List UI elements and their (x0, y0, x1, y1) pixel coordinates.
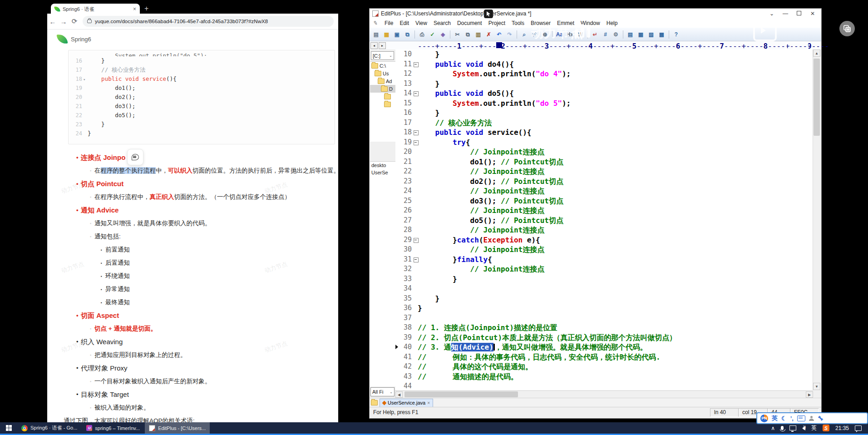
menu-file[interactable]: File (381, 20, 396, 26)
tree-item[interactable] (370, 93, 395, 100)
punctuation-icon[interactable]: ’, (790, 415, 794, 422)
file-filter-dropdown[interactable]: All Fi ⌄ (370, 387, 395, 396)
reload-icon[interactable]: ⟳ (69, 17, 80, 25)
horizontal-scrollbar[interactable]: ◀ ▶ (395, 391, 813, 398)
font-icon[interactable]: Aa (555, 30, 564, 39)
code-line[interactable]: 32 // Joinpoint连接点 (395, 264, 813, 274)
tree-item[interactable]: Ad (370, 77, 395, 85)
code-line[interactable]: 14 public void do5(){ (395, 89, 813, 99)
code-line[interactable]: 30 // Joinpoint连接点 (395, 245, 813, 255)
replace-icon[interactable]: ⇄ (530, 30, 539, 39)
settings-icon[interactable]: ⚙ (611, 30, 621, 39)
code-line[interactable]: 25 do3(); // Pointcut切点 (395, 196, 813, 206)
scrollbar-thumb[interactable] (814, 59, 820, 136)
keyboard-icon[interactable] (797, 415, 805, 421)
code-line[interactable]: 33 } (395, 274, 813, 284)
scroll-left-icon[interactable]: ◂ (370, 42, 378, 49)
undo-icon[interactable]: ↶ (494, 30, 504, 39)
code-line[interactable]: 41// 例如：具体的事务代码，日志代码，安全代码，统计时长的代码. (395, 352, 813, 362)
print-icon[interactable]: ⎙ (417, 30, 427, 39)
code-line[interactable]: 37 (395, 313, 813, 323)
ime-logo-icon[interactable]: PN (760, 415, 768, 422)
menu-search[interactable]: Search (430, 20, 454, 26)
menu-tools[interactable]: Tools (508, 20, 528, 26)
scroll-right-icon[interactable]: ▶ (806, 391, 813, 398)
sogou-input-icon[interactable]: S (823, 425, 829, 431)
code-line[interactable]: 26 // Joinpoint连接点 (395, 206, 813, 216)
code-line[interactable]: 19 try{ (395, 138, 813, 148)
tree-item[interactable] (370, 100, 395, 108)
line-number-icon[interactable]: # (601, 30, 610, 39)
back-icon[interactable]: ← (47, 18, 58, 25)
open-folder-icon[interactable]: ▦ (382, 30, 391, 39)
window-split-icon[interactable]: ▤ (626, 30, 635, 39)
paste-icon[interactable]: ▥ (473, 30, 483, 39)
editplus-titlebar[interactable]: EditPlus - [C:\Users\Administrator\Deskt… (370, 9, 821, 19)
code-line[interactable]: 40// 3. 通知(Advice)，通知又叫做增强。就是具体增强的那个代码。 (395, 342, 813, 352)
wrench-icon[interactable]: 🔧︎ (818, 415, 824, 422)
taskbar-button-editplus[interactable]: EditPlus - [C:\Users... (145, 422, 210, 434)
tree-item[interactable]: C:\ (370, 62, 395, 69)
code-line[interactable]: 42// 具体的这个代码是通知。 (395, 362, 813, 372)
context-help-icon[interactable]: ? (671, 30, 681, 39)
ime-language-toggle[interactable]: 英 (772, 414, 778, 422)
code-line[interactable]: 12 System.out.println("do 4"); (395, 69, 813, 79)
scroll-left-icon[interactable]: ◀ (395, 391, 403, 398)
scrollbar-thumb[interactable] (404, 391, 518, 397)
cut-icon[interactable]: ✂ (453, 30, 462, 39)
menu-edit[interactable]: Edit (396, 20, 412, 26)
code-line[interactable]: 21 do1(); // Pointcut切点 (395, 157, 813, 167)
code-line[interactable]: 39// 2. 切点(Pointcut)本质上就是方法（真正织入切面的那个方法叫… (395, 333, 813, 343)
code-line[interactable]: 17 // 核心业务方法 (395, 118, 813, 128)
redo-icon[interactable]: ↷ (505, 30, 514, 39)
start-button[interactable] (0, 425, 17, 431)
wrap-icon[interactable]: ↵ (590, 30, 600, 39)
close-icon[interactable]: ✕ (806, 10, 819, 17)
speaker-icon[interactable] (802, 426, 805, 430)
code-line[interactable]: 18 public void service(){ (395, 128, 813, 138)
taskbar-button-idea[interactable]: IJspring6 – TimerInv... (82, 422, 144, 434)
code-line[interactable]: 20 // Joinpoint连接点 (395, 147, 813, 157)
find-icon[interactable]: ⌕ (519, 30, 529, 39)
save-all-icon[interactable]: ⧉ (403, 30, 412, 39)
code-line[interactable]: 36} (395, 303, 813, 313)
ime-lang-indicator[interactable]: 英 (811, 424, 817, 432)
scroll-down-icon[interactable]: ▼ (813, 383, 820, 390)
chevron-down-icon[interactable]: ⌄ (765, 10, 779, 17)
menu-browser[interactable]: Browser (528, 20, 554, 26)
fullscreen-icon[interactable]: ▩ (657, 30, 666, 39)
hex-viewer-icon[interactable]: Hx (565, 30, 575, 39)
code-line[interactable]: 24 // Joinpoint连接点 (395, 186, 813, 196)
display-icon[interactable] (789, 425, 796, 430)
comment-bubble-button[interactable] (127, 149, 143, 165)
address-bar[interactable]: yuque.com/docs/share/866abad4-7106-45e7-… (83, 16, 334, 27)
clock[interactable]: 21:35 (835, 425, 849, 431)
copy-icon[interactable]: ⧉ (463, 30, 473, 39)
code-line[interactable]: 29 }catch(Exception e){ (395, 235, 813, 245)
browser-view-icon[interactable]: ▧ (646, 30, 656, 39)
scroll-right-icon[interactable]: ▸ (379, 42, 386, 49)
menu-window[interactable]: Window (577, 20, 603, 26)
menu-emmet[interactable]: Emmet (554, 20, 577, 26)
code-line[interactable]: 23 do2(); // Pointcut切点 (395, 177, 813, 187)
spell-check-icon[interactable]: ✓ (428, 30, 437, 39)
folder-icon[interactable] (371, 400, 378, 405)
tab-close-icon[interactable]: × (427, 400, 430, 405)
menu-document[interactable]: Document (454, 20, 485, 26)
code-line[interactable]: 34 (395, 284, 813, 294)
code-line[interactable]: 15 System.out.println("do 5"); (395, 99, 813, 109)
person-icon[interactable] (809, 416, 814, 421)
menu-view[interactable]: View (412, 20, 430, 26)
maximize-icon[interactable] (792, 10, 806, 17)
delete-icon[interactable]: ✗ (484, 30, 493, 39)
browser-tab[interactable]: Spring6 · 语雀 × (51, 4, 140, 15)
scroll-up-icon[interactable]: ▲ (813, 49, 820, 57)
code-line[interactable]: 10 } (395, 49, 813, 59)
code-line[interactable]: 31 }finally{ (395, 255, 813, 265)
code-line[interactable]: 16 } (395, 108, 813, 118)
window-layout-icon[interactable]: ▦ (636, 30, 646, 39)
code-line[interactable]: 27 do5(); // Pointcut切点 (395, 216, 813, 226)
tab-close-icon[interactable]: × (133, 6, 136, 12)
tray-expand-icon[interactable]: ∧ (771, 425, 775, 431)
new-tab-button[interactable]: + (144, 5, 148, 13)
